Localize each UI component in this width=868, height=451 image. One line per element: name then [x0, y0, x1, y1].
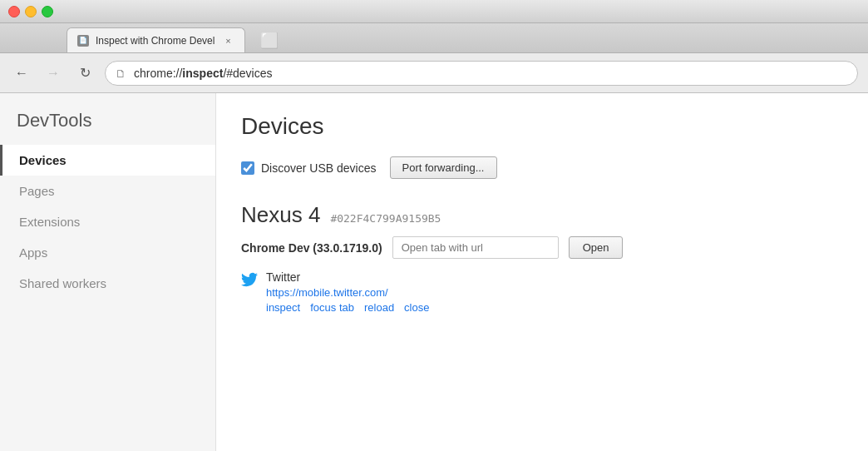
- twitter-icon: [241, 271, 258, 288]
- page-url[interactable]: https://mobile.twitter.com/: [266, 286, 429, 299]
- forward-button[interactable]: →: [42, 62, 65, 85]
- url-bold: inspect: [182, 67, 223, 80]
- address-bar-input[interactable]: 🗋 chrome://inspect/#devices: [105, 61, 858, 86]
- page-row-twitter: Twitter https://mobile.twitter.com/ insp…: [241, 270, 843, 314]
- content-area: Devices Discover USB devices Port forwar…: [216, 93, 868, 451]
- discover-usb-checkbox[interactable]: [241, 161, 254, 175]
- device-name-row: Nexus 4 #022F4C799A9159B5: [241, 202, 843, 228]
- address-text: chrome://inspect/#devices: [134, 67, 273, 80]
- main-layout: DevTools Devices Pages Extensions Apps S…: [0, 93, 868, 451]
- open-button[interactable]: Open: [569, 236, 624, 259]
- reload-button[interactable]: ↻: [73, 62, 96, 85]
- minimize-button[interactable]: [25, 6, 37, 17]
- discover-label[interactable]: Discover USB devices: [241, 161, 377, 175]
- device-name: Nexus 4: [241, 202, 320, 228]
- content-title: Devices: [241, 113, 843, 140]
- tab-close-button[interactable]: ×: [221, 34, 234, 47]
- url-prefix: chrome://: [134, 67, 182, 80]
- sidebar: DevTools Devices Pages Extensions Apps S…: [0, 93, 216, 451]
- title-bar: [0, 0, 868, 23]
- sidebar-item-apps[interactable]: Apps: [0, 237, 215, 268]
- port-forwarding-button[interactable]: Port forwarding...: [390, 156, 497, 179]
- back-button[interactable]: ←: [10, 62, 33, 85]
- chrome-session-label: Chrome Dev (33.0.1719.0): [241, 241, 382, 255]
- discover-row: Discover USB devices Port forwarding...: [241, 156, 843, 179]
- url-suffix: /#devices: [223, 67, 272, 80]
- page-actions: inspect focus tab reload close: [266, 301, 429, 314]
- inspect-link[interactable]: inspect: [266, 301, 300, 314]
- sidebar-title: DevTools: [0, 110, 215, 145]
- address-bar: ← → ↻ 🗋 chrome://inspect/#devices: [0, 53, 868, 93]
- discover-usb-label: Discover USB devices: [261, 161, 377, 175]
- close-button[interactable]: [8, 6, 20, 17]
- chrome-session-row: Chrome Dev (33.0.1719.0) Open: [241, 236, 843, 259]
- tab-page-icon: 📄: [77, 35, 89, 47]
- active-tab[interactable]: 📄 Inspect with Chrome Devel ×: [67, 27, 245, 52]
- tab-bar: 📄 Inspect with Chrome Devel × ⬜: [0, 23, 868, 53]
- page-title-text: Twitter: [266, 270, 429, 284]
- traffic-lights: [8, 6, 53, 17]
- new-tab-button[interactable]: ⬜: [249, 29, 290, 52]
- tab-title: Inspect with Chrome Devel: [96, 35, 215, 47]
- open-tab-input[interactable]: [392, 236, 559, 259]
- device-section: Nexus 4 #022F4C799A9159B5 Chrome Dev (33…: [241, 202, 843, 314]
- device-id: #022F4C799A9159B5: [330, 212, 441, 225]
- sidebar-item-pages[interactable]: Pages: [0, 176, 215, 206]
- new-tab-icon: ⬜: [260, 32, 279, 50]
- page-info-twitter: Twitter https://mobile.twitter.com/ insp…: [266, 270, 429, 314]
- close-link[interactable]: close: [404, 301, 429, 314]
- page-icon: 🗋: [116, 67, 127, 79]
- sidebar-item-devices[interactable]: Devices: [0, 145, 215, 176]
- sidebar-item-shared-workers[interactable]: Shared workers: [0, 268, 215, 299]
- maximize-button[interactable]: [42, 6, 53, 17]
- reload-link[interactable]: reload: [364, 301, 394, 314]
- sidebar-item-extensions[interactable]: Extensions: [0, 206, 215, 237]
- focus-tab-link[interactable]: focus tab: [310, 301, 354, 314]
